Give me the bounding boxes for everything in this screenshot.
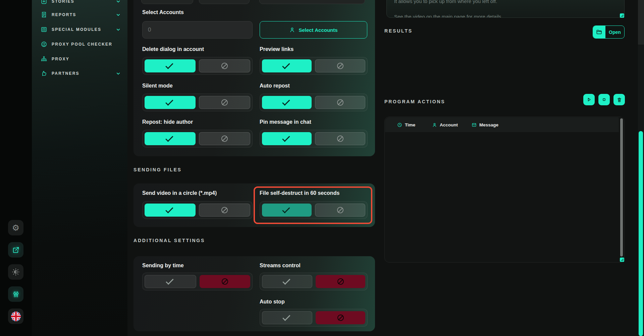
- sidebar-item-reports[interactable]: REPORTS: [32, 8, 127, 21]
- select-accounts-button[interactable]: Select Accounts: [260, 21, 367, 39]
- clock-icon: [397, 122, 402, 127]
- select-accounts-button-label: Select Accounts: [299, 27, 337, 33]
- folder-icon: [596, 29, 602, 35]
- toggle-no-button[interactable]: [315, 132, 365, 145]
- sidebar-item-stories[interactable]: STORIES: [32, 0, 127, 8]
- app-window: ⚙: [0, 0, 644, 336]
- page-scrollbar-thumb[interactable]: [639, 131, 643, 336]
- gear-icon: ⚙: [12, 224, 19, 232]
- toggle-pin-message: [260, 130, 368, 148]
- chevron-down-icon: [116, 12, 121, 17]
- person-icon: [432, 122, 437, 127]
- external-link-button[interactable]: [8, 242, 23, 258]
- toggle-yes-button[interactable]: [262, 132, 312, 145]
- info-line: See the video on the main page for more …: [394, 14, 503, 18]
- info-textarea[interactable]: It allows you to pick up from where you …: [386, 0, 625, 18]
- toggle-no-button[interactable]: [199, 204, 251, 217]
- settings-button[interactable]: ⚙: [8, 220, 23, 235]
- toggle-label: File self-destruct in 60 seconds: [260, 190, 339, 196]
- mail-icon: [472, 122, 477, 127]
- brightness-icon: [12, 268, 20, 276]
- toggle-no-button[interactable]: [316, 275, 365, 288]
- toggle-no-button[interactable]: [200, 275, 251, 288]
- messaging-settings-card: Select Accounts Select Accounts Delete d…: [133, 0, 375, 156]
- open-button-label: Open: [605, 26, 624, 38]
- additional-settings-header: ADDITIONAL SETTINGS: [133, 238, 205, 243]
- sidebar-item-label: STORIES: [52, 0, 111, 4]
- resize-icon: [620, 258, 624, 262]
- sidebar-item-proxy[interactable]: PROXY: [32, 52, 127, 66]
- language-button[interactable]: [8, 309, 23, 324]
- toggle-no-button[interactable]: [316, 311, 365, 324]
- brightness-button[interactable]: [8, 264, 23, 280]
- table-scrollbar-thumb[interactable]: [620, 118, 623, 257]
- toggle-streams-control: [260, 273, 368, 290]
- toggle-preview-links: [260, 57, 368, 75]
- stop-button[interactable]: [598, 94, 610, 105]
- receipt-icon: [41, 11, 47, 18]
- sidebar-item-label: SPECIAL MODULES: [52, 27, 111, 32]
- input-stub[interactable]: [141, 0, 193, 4]
- toggle-label: Streams control: [260, 263, 301, 269]
- icon-rail: ⚙: [0, 0, 32, 336]
- column-header-time[interactable]: Time: [397, 117, 415, 132]
- toggle-file-self-destruct: [260, 201, 368, 219]
- toggle-auto-stop: [260, 309, 368, 327]
- chevron-down-icon: [116, 71, 121, 76]
- toggle-label: Auto stop: [260, 299, 285, 305]
- textarea-resize-grip[interactable]: [620, 13, 624, 18]
- sidebar-item-special-modules[interactable]: SPECIAL MODULES: [32, 23, 127, 36]
- folder-icon-wrap: [593, 26, 605, 38]
- person-icon: [289, 27, 295, 33]
- open-results-button[interactable]: Open: [593, 25, 625, 39]
- toggle-silent-mode: [142, 94, 253, 111]
- toggle-label: Silent mode: [142, 83, 173, 89]
- toggle-no-button[interactable]: [199, 132, 251, 145]
- clear-button[interactable]: [613, 94, 625, 105]
- toggle-yes-button[interactable]: [262, 275, 312, 288]
- toggle-yes-button[interactable]: [145, 132, 196, 145]
- newspaper-icon: [41, 26, 47, 33]
- toggle-label: Send video in a circle (*.mp4): [142, 190, 217, 196]
- toggle-yes-button[interactable]: [145, 275, 196, 288]
- run-button[interactable]: [583, 94, 595, 105]
- table-header-row: Time Account Message: [385, 117, 619, 132]
- toggle-yes-button[interactable]: [145, 59, 196, 72]
- column-header-message[interactable]: Message: [472, 117, 498, 132]
- toggle-sending-by-time: [142, 273, 253, 290]
- toggle-no-button[interactable]: [199, 59, 251, 72]
- toggle-yes-button[interactable]: [262, 311, 312, 324]
- toggle-no-button[interactable]: [315, 96, 365, 109]
- toggle-delete-dialog: [142, 57, 253, 75]
- program-actions-header: PROGRAM ACTIONS: [384, 99, 445, 104]
- equalizer-button[interactable]: [8, 286, 23, 302]
- input-stub[interactable]: [199, 0, 250, 4]
- toggle-yes-button[interactable]: [262, 204, 312, 217]
- toggle-no-button[interactable]: [199, 96, 251, 109]
- sidebar-item-proxy-pool-checker[interactable]: PROXY POOL CHECKER: [32, 38, 127, 51]
- stop-icon: [601, 97, 607, 102]
- column-label: Message: [479, 122, 498, 127]
- toggle-no-button[interactable]: [315, 204, 365, 217]
- toggle-yes-button[interactable]: [262, 59, 312, 72]
- toggle-yes-button[interactable]: [145, 204, 196, 217]
- column-header-account[interactable]: Account: [432, 117, 458, 132]
- accounts-count-input[interactable]: [142, 21, 253, 39]
- input-stub[interactable]: [259, 0, 365, 4]
- toggle-repost-hide-author: [142, 130, 253, 148]
- table-resize-grip[interactable]: [620, 258, 624, 262]
- toggle-yes-button[interactable]: [262, 96, 312, 109]
- uk-flag-icon: [11, 311, 21, 322]
- equalizer-icon: [12, 290, 20, 298]
- plus-square-icon: [41, 0, 47, 5]
- toggle-yes-button[interactable]: [145, 96, 196, 109]
- thumbs-up-icon: [41, 70, 47, 77]
- sidebar-item-label: REPORTS: [52, 12, 111, 17]
- toggle-label: Pin message in chat: [260, 119, 311, 125]
- results-header: RESULTS: [384, 28, 413, 34]
- toggle-no-button[interactable]: [315, 59, 365, 72]
- play-icon: [586, 97, 592, 102]
- chevron-down-icon: [116, 0, 121, 4]
- sidebar-item-partners[interactable]: PARTNERS: [32, 67, 127, 80]
- column-label: Account: [440, 122, 458, 127]
